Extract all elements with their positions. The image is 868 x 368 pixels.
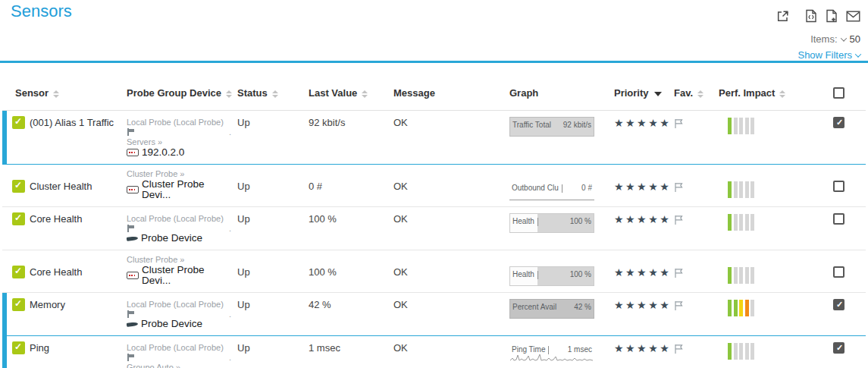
save-file-icon[interactable] (826, 9, 838, 23)
device-cell: Local Probe (Local Probe).Probe Device (124, 207, 234, 250)
status-cell: Up (234, 250, 306, 293)
priority-stars[interactable]: ★★★★★ (614, 299, 671, 311)
mini-graph[interactable]: Percent Avail 42 % (509, 299, 594, 319)
sensor-name-link[interactable]: Core Health (30, 213, 82, 225)
show-filters-toggle[interactable]: Show Filters (797, 49, 860, 61)
mini-graph[interactable]: Traffic Total 92 kbit/s (509, 117, 594, 137)
sensor-name-link[interactable]: Core Health (30, 266, 82, 278)
device-line-label: Cluster Probe Devi... (142, 265, 231, 286)
sensor-name-link[interactable]: (001) Alias 1 Traffic (30, 117, 114, 128)
sensor-up-status-icon (12, 298, 25, 311)
mini-graph[interactable]: Outbound Clu 0 # (509, 181, 594, 200)
sensor-up-status-icon (12, 180, 25, 193)
perf-impact-bar (739, 300, 743, 316)
perf-impact-bar (750, 181, 754, 198)
perf-impact-bar (745, 181, 749, 198)
message-cell: OK (390, 111, 506, 165)
table-row: Cluster Health Cluster Probe »Cluster Pr… (2, 165, 866, 207)
column-header-label: Probe Group Device (127, 87, 221, 99)
device-tree-link[interactable]: Local Probe (Local Probe) (127, 299, 231, 310)
device-tree-link[interactable]: Probe Device (127, 319, 231, 329)
device-cell: Cluster Probe »Cluster Probe Devi... (124, 250, 234, 293)
row-checkbox[interactable] (833, 342, 844, 354)
sensor-name-link[interactable]: Cluster Health (30, 181, 92, 192)
row-checkbox[interactable] (833, 181, 844, 192)
last-value-cell: 100 % (306, 250, 390, 293)
column-header-fav[interactable]: Fav. (671, 83, 716, 111)
device-line-label: Probe Device (141, 233, 202, 244)
column-header-last-value[interactable]: Last Value (306, 83, 390, 111)
message-cell: OK (390, 165, 506, 207)
column-header-graph[interactable]: Graph (506, 83, 611, 111)
column-header-status[interactable]: Status (234, 83, 306, 111)
mini-graph[interactable]: Ping Time 1 msec (509, 342, 594, 362)
row-checkbox[interactable] (833, 213, 844, 225)
accent-divider (0, 61, 868, 63)
graph-value: 100 % (570, 270, 591, 278)
priority-stars[interactable]: ★★★★★ (614, 117, 671, 129)
message-cell: OK (390, 336, 506, 368)
favorite-flag-icon[interactable] (674, 300, 684, 311)
favorite-flag-icon[interactable] (674, 182, 684, 193)
device-tree-link[interactable]: Probe Device (127, 233, 231, 244)
favorite-flag-icon[interactable] (674, 215, 684, 225)
mini-graph[interactable]: Health 100 % (509, 266, 594, 286)
favorite-flag-icon[interactable] (674, 344, 684, 354)
priority-stars[interactable]: ★★★★★ (614, 266, 671, 278)
email-icon[interactable] (846, 11, 860, 22)
device-tree-link[interactable]: Local Probe (Local Probe) (127, 213, 231, 224)
device-tree-link[interactable]: Local Probe (Local Probe) (127, 342, 231, 353)
device-line-label: Probe Device (141, 319, 202, 329)
row-checkbox[interactable] (833, 117, 844, 128)
select-all-checkbox[interactable] (833, 87, 844, 99)
device-tree-link[interactable]: Cluster Probe Devi... (127, 265, 231, 286)
sort-icon (362, 90, 368, 98)
row-checkbox[interactable] (833, 299, 844, 310)
priority-stars[interactable]: ★★★★★ (614, 213, 671, 225)
perf-impact-bar (734, 300, 738, 316)
device-cell: Cluster Probe »Cluster Probe Devi... (124, 165, 234, 207)
graph-label: Health (512, 270, 538, 279)
last-value-cell: 92 kbit/s (306, 111, 390, 165)
open-in-new-window-icon[interactable] (776, 10, 789, 23)
items-selector[interactable]: Items: 50 (810, 33, 860, 45)
priority-stars[interactable]: ★★★★★ (614, 181, 671, 193)
perf-impact-bars (728, 343, 816, 360)
perf-impact-bar (739, 118, 743, 134)
column-header-message[interactable]: Message (390, 83, 506, 111)
device-tree-link[interactable]: Cluster Probe » (127, 254, 231, 265)
column-header-priority[interactable]: Priority (611, 83, 671, 111)
perf-impact-bar (728, 214, 732, 231)
column-header-probe-group-device[interactable]: Probe Group Device (124, 83, 234, 111)
sort-icon (53, 90, 59, 98)
column-header-perf-impact[interactable]: Perf. Impact (716, 83, 819, 111)
last-value-cell: 0 # (306, 165, 390, 207)
message-cell: OK (390, 250, 506, 293)
last-value-cell: 42 % (306, 293, 390, 336)
flag-icon (127, 354, 135, 361)
device-line-suffix: . (229, 309, 231, 319)
device-line-label: Cluster Probe » (127, 254, 184, 265)
device-tree-link[interactable]: Groupo Auto » (127, 362, 231, 368)
device-tree-link[interactable]: Cluster Probe » (127, 168, 231, 179)
sensor-name-link[interactable]: Ping (30, 342, 49, 354)
device-tree-link[interactable]: Local Probe (Local Probe) (127, 117, 231, 127)
favorite-flag-icon[interactable] (674, 118, 684, 129)
mini-graph[interactable]: Health 100 % (509, 213, 594, 233)
select-all-header[interactable] (819, 83, 866, 111)
priority-stars[interactable]: ★★★★★ (614, 342, 671, 354)
xml-export-icon[interactable] (805, 9, 817, 23)
perf-impact-bar (728, 118, 732, 134)
device-line-label: Cluster Probe Devi... (142, 179, 231, 200)
row-checkbox[interactable] (833, 266, 844, 278)
device-tree-link[interactable]: 192.0.2.0 (127, 147, 231, 158)
probe-icon (127, 236, 138, 241)
device-tree-link[interactable]: Cluster Probe Devi... (127, 179, 231, 200)
perf-impact-bar (728, 300, 732, 316)
device-tree-link[interactable]: Servers » (127, 137, 231, 147)
favorite-flag-icon[interactable] (674, 268, 684, 278)
device-line-suffix: . (229, 127, 231, 137)
column-header-sensor[interactable]: Sensor (2, 83, 124, 111)
sensor-name-link[interactable]: Memory (30, 299, 65, 310)
page-title: Sensors (11, 2, 72, 21)
